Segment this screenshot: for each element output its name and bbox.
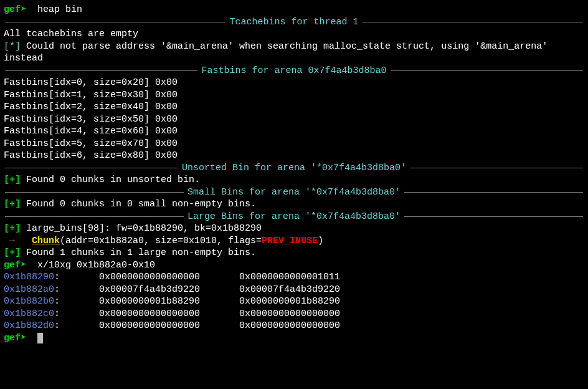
mem-addr: 0x1b88290 bbox=[4, 272, 54, 282]
memory-row: 0x1b88290: 0x0000000000000000 0x00000000… bbox=[4, 271, 584, 284]
warn-text: Could not parse address '&main_arena' wh… bbox=[4, 41, 553, 64]
command: heap bin bbox=[37, 4, 82, 15]
mem-addr: 0x1b882d0 bbox=[4, 320, 54, 331]
plus-marker: [+] bbox=[4, 199, 21, 209]
warning-line: [*] Could not parse address '&main_arena… bbox=[4, 41, 584, 65]
memory-row: 0x1b882c0: 0x0000000000000000 0x00000000… bbox=[4, 308, 584, 320]
chunk-flag: PREV_INUSE bbox=[262, 236, 318, 246]
section-fastbins: Fastbins for arena 0x7f4a4b3d8ba0 bbox=[4, 65, 584, 77]
memory-row: 0x1b882b0: 0x0000000001b88290 0x00000000… bbox=[4, 295, 584, 308]
warn-marker: [*] bbox=[4, 41, 21, 52]
plus-marker: [+] bbox=[4, 247, 21, 258]
fastbin-row: Fastbins[idx=2, size=0x40] 0x00 bbox=[4, 101, 584, 113]
plus-marker: [+] bbox=[4, 175, 21, 185]
prompt-line[interactable]: gef➤ heap bin bbox=[4, 4, 584, 16]
fastbin-row: Fastbins[idx=0, size=0x20] 0x00 bbox=[4, 77, 584, 89]
fastbin-row: Fastbins[idx=1, size=0x30] 0x00 bbox=[4, 89, 584, 102]
small-found: [+] Found 0 chunks in 0 small non-empty … bbox=[4, 198, 584, 211]
prompt: gef➤ bbox=[4, 333, 37, 343]
prompt: gef➤ bbox=[4, 4, 37, 15]
command: x/10xg 0x1b882a0-0x10 bbox=[37, 260, 155, 271]
chunk-line: → Chunk(addr=0x1b882a0, size=0x1010, fla… bbox=[4, 235, 584, 247]
section-tcache: Tcachebins for thread 1 bbox=[4, 16, 584, 29]
mem-addr: 0x1b882b0 bbox=[4, 296, 54, 307]
mem-addr: 0x1b882c0 bbox=[4, 309, 54, 319]
section-large: Large Bins for arena '*0x7f4a4b3d8ba0' bbox=[4, 211, 584, 223]
large-found: [+] Found 1 chunks in 1 large non-empty … bbox=[4, 247, 584, 259]
fastbin-row: Fastbins[idx=3, size=0x50] 0x00 bbox=[4, 113, 584, 126]
mem-addr: 0x1b882a0 bbox=[4, 284, 54, 295]
fastbin-row: Fastbins[idx=4, size=0x60] 0x00 bbox=[4, 125, 584, 138]
unsorted-found: [+] Found 0 chunks in unsorted bin. bbox=[4, 174, 584, 186]
section-unsorted: Unsorted Bin for arena '*0x7f4a4b3d8ba0' bbox=[4, 162, 584, 175]
cursor bbox=[37, 333, 43, 343]
large-bins-line: [+] large_bins[98]: fw=0x1b88290, bk=0x1… bbox=[4, 223, 584, 235]
prompt: gef➤ bbox=[4, 260, 37, 271]
tcache-empty: All tcachebins are empty bbox=[4, 28, 584, 41]
memory-row: 0x1b882d0: 0x0000000000000000 0x00000000… bbox=[4, 320, 584, 332]
chunk-label: Chunk bbox=[32, 236, 60, 246]
memory-row: 0x1b882a0: 0x00007f4a4b3d9220 0x00007f4a… bbox=[4, 284, 584, 296]
prompt-line[interactable]: gef➤ bbox=[4, 332, 584, 345]
arrow-icon: → bbox=[4, 236, 32, 246]
section-small: Small Bins for arena '*0x7f4a4b3d8ba0' bbox=[4, 186, 584, 199]
fastbin-row: Fastbins[idx=6, size=0x80] 0x00 bbox=[4, 150, 584, 162]
prompt-line[interactable]: gef➤ x/10xg 0x1b882a0-0x10 bbox=[4, 259, 584, 272]
plus-marker: [+] bbox=[4, 223, 21, 234]
fastbin-row: Fastbins[idx=5, size=0x70] 0x00 bbox=[4, 138, 584, 150]
